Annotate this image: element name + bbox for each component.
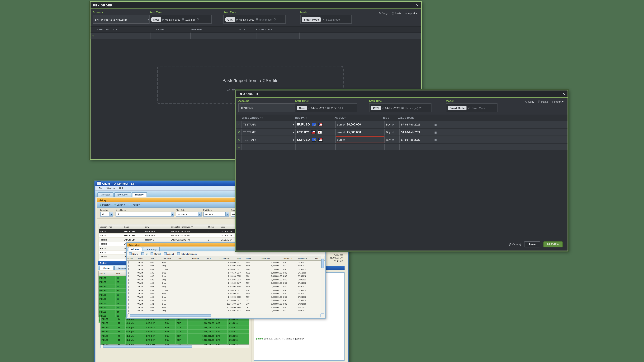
rex1-col-amount[interactable]: AMOUNT xyxy=(191,28,239,30)
calendar-icon[interactable]: ▦ xyxy=(434,123,437,126)
rex1-stop-date[interactable]: 06-Dec-2021 xyxy=(240,18,254,21)
list-item[interactable]: FILLED 11 xyxy=(99,276,128,280)
rex1-fixed-mode[interactable]: Fixed Mode xyxy=(326,18,340,21)
scrollbar-thumb[interactable] xyxy=(103,345,192,348)
fx-menu-item[interactable]: Window xyxy=(106,187,115,190)
rex2-now-toggle[interactable]: Now xyxy=(297,105,306,110)
add-row-icon[interactable]: + xyxy=(91,33,96,39)
rex2-title-bar[interactable]: REX ORDER ✕ xyxy=(236,91,568,98)
swap-ccy-icon[interactable]: ⇄ xyxy=(343,123,345,126)
table-row[interactable]: VALID test1 Swap 100.50300 BUY JPY 5,000… xyxy=(127,299,325,302)
list-item[interactable]: FILLED 44 xyxy=(99,289,128,293)
table-row[interactable]: VALID test3 Swap 1.053906 SELL MXN 1,000… xyxy=(127,285,325,288)
table-row[interactable]: VALID test1 Outright 13.05010 BUY CAD 30… xyxy=(127,288,325,292)
table-row[interactable]: VALID test3 Swap 1.052906 BUY MXN 1,000,… xyxy=(127,309,325,313)
rex2-account-select[interactable]: TESTPAIR▾ xyxy=(238,103,297,112)
delete-row-icon[interactable]: ✕ xyxy=(236,121,242,128)
table-row[interactable]: Portfolio EXPORTED Test Bank A 3/5/2013 … xyxy=(99,233,238,238)
table-row[interactable]: VALID test3 Swap 1.052906 BUY MXN 1,000,… xyxy=(127,278,325,281)
value-date-cell[interactable]: SP 08-Feb-2022▦ xyxy=(400,121,438,128)
rex1-account-select[interactable]: BNP PARIBAS (BNPLLDN)▾ xyxy=(92,15,151,24)
rex2-col-amount[interactable]: AMOUNT xyxy=(334,117,383,119)
col-settle-ccy[interactable]: Settle CCY xyxy=(282,257,298,259)
swap-ccy-icon[interactable]: ⇄ xyxy=(343,138,345,141)
accept-checkbox[interactable] xyxy=(128,293,129,295)
amount-cell[interactable]: EUR⇄ xyxy=(336,136,385,143)
col-status[interactable]: Status xyxy=(137,257,150,259)
rex2-start-time[interactable]: 11:58:06 xyxy=(331,106,341,109)
side-cell[interactable]: Buy⇄ xyxy=(385,121,400,128)
col-seq[interactable]: Seq xyxy=(314,257,321,259)
rex2-col-child-account[interactable]: CHILD ACCOUNT xyxy=(242,117,295,119)
rex1-col-value-date[interactable]: VALUE DATE xyxy=(256,28,299,30)
accept-checkbox[interactable] xyxy=(128,268,129,270)
col-status[interactable]: Status xyxy=(123,225,144,228)
calendar-icon[interactable]: ▦ xyxy=(401,106,404,109)
swap-side-icon[interactable]: ⇄ xyxy=(392,123,394,126)
ccy-pair-cell[interactable]: USDJPY xyxy=(296,129,336,136)
col-start[interactable]: Start xyxy=(178,257,192,259)
clock-icon[interactable]: ◷ xyxy=(342,106,344,109)
horizontal-scrollbar[interactable] xyxy=(127,314,321,318)
rex1-col-ccy-pair[interactable]: CCY PAIR xyxy=(152,28,191,30)
preview-button[interactable]: PREVIEW xyxy=(544,241,563,247)
accept-checkbox[interactable] xyxy=(128,289,129,291)
clock-icon[interactable]: ◷ xyxy=(197,18,199,21)
rex2-start-date[interactable]: 04-Feb-2022 xyxy=(311,106,326,109)
tab-blotter[interactable]: Blotter xyxy=(100,266,114,271)
list-item[interactable]: FILLED 11 xyxy=(99,306,128,310)
calendar-icon[interactable]: ▦ xyxy=(182,18,184,21)
col-accept[interactable]: Accept xyxy=(127,257,137,259)
accept-checkbox[interactable] xyxy=(128,286,129,288)
accept-checkbox[interactable] xyxy=(128,272,129,274)
rex1-col-child-account[interactable]: CHILD ACCOUNT xyxy=(98,28,152,30)
accept-checkbox[interactable] xyxy=(128,282,129,284)
rex1-copy-button[interactable]: ⧉Copy xyxy=(379,12,388,15)
rex1-now-toggle[interactable]: Now xyxy=(151,17,161,21)
list-item[interactable]: FILLED 11 xyxy=(99,297,128,301)
rex2-mode-toggle[interactable]: Smart Mode⇄ Fixed Mode xyxy=(446,103,498,112)
fx-toolbar-button[interactable]: ⇧Export ▾ xyxy=(114,203,125,206)
value-date-cell[interactable]: SP 08-Feb-2022▦ xyxy=(400,129,438,136)
col-quote-amt[interactable]: Quote Amt xyxy=(260,257,283,259)
popup-toolbar-button[interactable]: Fill xyxy=(141,252,147,255)
accept-checkbox[interactable] xyxy=(128,306,129,309)
child-account-cell[interactable]: TESTPAIR▾ xyxy=(242,129,296,136)
clock-icon[interactable]: ◷ xyxy=(274,18,276,21)
rex2-fixed-mode[interactable]: Fixed Mode xyxy=(472,106,486,109)
tab-blotter[interactable]: Blotter xyxy=(128,247,142,252)
ccy-pair-cell[interactable]: EURUSD xyxy=(296,121,336,128)
calendar-icon[interactable]: ▦ xyxy=(434,138,437,141)
tab-summary[interactable]: Summary xyxy=(143,247,160,252)
end-date-input[interactable]: 3/6/2013⇅ xyxy=(203,212,229,217)
table-row[interactable]: VALID test3 Swap 1.052906 SELL MXN 5,000… xyxy=(127,264,325,267)
popup-toolbar-button[interactable]: Return to Manager xyxy=(177,252,198,255)
accept-checkbox[interactable] xyxy=(128,310,129,312)
table-row[interactable]: VALID test1 Swap 100.51000 BUY JPY 5,000… xyxy=(127,302,325,306)
toggle-switch-icon[interactable]: ⇄ xyxy=(236,18,238,21)
accept-checkbox[interactable] xyxy=(128,279,129,281)
rex1-paste-button[interactable]: ⎘Paste xyxy=(392,12,402,15)
col-quote-rate[interactable]: Quote Rate xyxy=(219,257,236,259)
table-row[interactable]: VALID test3 Swap 1.063150 BUY MXN 5,000,… xyxy=(127,281,325,285)
col-session-type[interactable]: Session Type xyxy=(99,225,123,228)
child-account-cell[interactable]: TESTPAIR▾ xyxy=(242,136,296,143)
swap-ccy-icon[interactable]: ⇄ xyxy=(343,130,345,134)
table-row[interactable]: VALID test3 Swap 1.053906 BUY MXN 5,000,… xyxy=(127,261,325,264)
col-bank[interactable]: Bank xyxy=(150,257,161,259)
fx-toolbar-button[interactable]: ⇩Import ▾ xyxy=(100,203,110,206)
table-row[interactable]: Portfolio EXPORTED TestbankC 3/4/2013 2:… xyxy=(99,238,238,242)
rex2-stop-date[interactable]: 04-Feb-2022 xyxy=(385,106,400,109)
col-roll[interactable]: Roll xyxy=(116,272,126,275)
rex1-start-time[interactable]: 10:34:55 xyxy=(185,18,196,21)
rex2-paste-button[interactable]: ⎘Paste xyxy=(538,100,548,103)
col-post-fix[interactable]: Post Fix xyxy=(192,257,206,259)
col-submitted-timestamp[interactable]: Submitted Timestamp ▼ xyxy=(170,225,207,228)
table-row[interactable]: VALID test3 Swap 1.063150 BUY CAD 1,000,… xyxy=(127,271,325,274)
col-status[interactable]: Status xyxy=(99,272,116,275)
side-cell[interactable]: Buy⇄ xyxy=(385,136,400,143)
list-item[interactable]: FILLED 22 xyxy=(99,301,128,306)
vertical-scrollbar[interactable] xyxy=(321,256,324,314)
scrollbar-thumb[interactable] xyxy=(130,314,212,317)
value-date-cell[interactable]: SP 08-Feb-2022▦ xyxy=(400,136,438,143)
